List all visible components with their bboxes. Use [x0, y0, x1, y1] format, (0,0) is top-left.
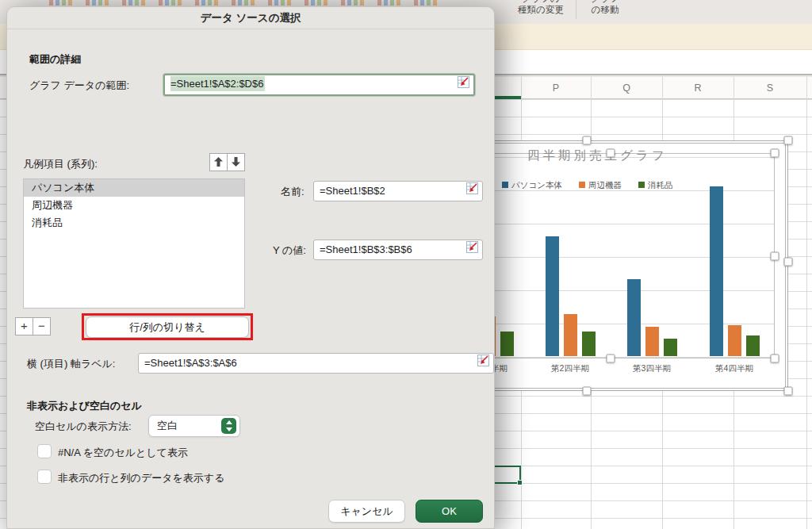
legend-series-label: 凡例項目 (系列): [23, 157, 98, 171]
plot-handle-bottom-center[interactable] [607, 355, 615, 363]
plot-handle-top-right[interactable] [771, 149, 779, 158]
hidden-cells-heading: 非表示および空白のセル [27, 399, 142, 413]
dialog-title: データ ソースの選択 [7, 7, 494, 29]
add-series-button[interactable]: + [15, 317, 33, 335]
category-axis-value: =Sheet1!$A$3:$A$6 [144, 357, 237, 369]
chart-handle-top-center[interactable] [583, 136, 592, 145]
show-hidden-data-label: 非表示の行と列のデータを表示する [58, 471, 224, 485]
x-axis-label: 第3四半期 [620, 363, 684, 374]
chart-title[interactable]: 四半期別売上グラフ [527, 148, 668, 164]
legend-item[interactable]: パソコン本体 [502, 180, 562, 190]
switch-row-column-button[interactable]: 行/列の切り替え [86, 316, 249, 338]
dropdown-stepper-icon [221, 418, 236, 434]
ribbon-change-chart-type-button[interactable]: グラフの 種類の変更 [505, 0, 576, 18]
chart-handle-bottom-center[interactable] [583, 387, 592, 396]
chart-range-input[interactable]: =Sheet1!$A$2:$D$6 [163, 74, 475, 96]
series-name-input[interactable]: =Sheet1!$B$2 [313, 181, 483, 201]
chart-object[interactable]: 四半期別売上グラフ 第1四半期第2四半期第3四半期第4四半期パソコン本体周辺機器… [444, 140, 788, 391]
bar-消耗品-第3四半期[interactable] [664, 339, 677, 356]
x-axis-label: 第4四半期 [703, 363, 766, 374]
chart-style-gallery-thumbnails [49, 0, 446, 6]
remove-series-button[interactable]: − [33, 317, 51, 335]
down-arrow-icon [232, 155, 240, 169]
bar-周辺機器-第3四半期[interactable] [645, 327, 659, 356]
series-list-item[interactable]: パソコン本体 [24, 179, 244, 197]
category-axis-input[interactable]: =Sheet1!$A$3:$A$6 [138, 353, 494, 374]
bar-消耗品-第1四半期[interactable] [500, 332, 514, 356]
ribbon-change-chart-type-line2: 種類の変更 [505, 4, 576, 15]
ribbon-separator [576, 0, 576, 19]
ribbon-move-chart-button[interactable]: グラフ の移動 [580, 0, 630, 18]
range-selector-icon[interactable] [466, 182, 478, 201]
range-selector-icon[interactable] [466, 240, 478, 259]
empty-cell-dropdown[interactable]: 空白 [148, 415, 240, 437]
legend-swatch [579, 182, 585, 188]
app-window: グラフの 種類の変更 グラフ の移動 PQRS 四半期別売上グラフ 第1四半期第… [0, 0, 812, 529]
column-header[interactable]: Q [591, 77, 662, 99]
select-data-source-dialog: データ ソースの選択 範囲の詳細 グラフ データの範囲: =Sheet1!$A$… [6, 6, 495, 529]
column-header[interactable]: R [662, 77, 733, 99]
chart-range-label: グラフ データの範囲: [29, 79, 129, 93]
bar-消耗品-第2四半期[interactable] [582, 332, 596, 356]
column-header[interactable]: S [733, 77, 806, 99]
legend-item[interactable]: 周辺機器 [579, 180, 622, 190]
series-move-down-button[interactable] [227, 153, 245, 171]
series-name-value: =Sheet1!$B$2 [320, 185, 385, 197]
series-list[interactable]: パソコン本体周辺機器消耗品 [23, 178, 245, 309]
chart-handle-top-right[interactable] [784, 136, 793, 145]
ok-button[interactable]: OK [416, 500, 483, 523]
na-as-empty-checkbox[interactable] [37, 444, 52, 458]
bar-消耗品-第4四半期[interactable] [746, 335, 760, 356]
bar-周辺機器-第4四半期[interactable] [728, 325, 741, 356]
fill-handle[interactable] [517, 480, 523, 485]
range-selector-icon[interactable] [477, 354, 489, 373]
chart-handle-bottom-right[interactable] [784, 387, 793, 396]
x-axis-label: 第2四半期 [538, 363, 602, 374]
bar-パソコン本体-第2四半期[interactable] [546, 236, 559, 356]
range-section-heading: 範囲の詳細 [29, 52, 81, 67]
series-move-up-button[interactable] [209, 153, 228, 171]
legend-item[interactable]: 消耗品 [638, 180, 673, 190]
series-y-input[interactable]: =Sheet1!$B$3:$B$6 [313, 240, 483, 260]
up-arrow-icon [214, 155, 223, 169]
column-header[interactable]: P [521, 77, 591, 99]
series-y-value: =Sheet1!$B$3:$B$6 [320, 243, 412, 255]
show-hidden-data-checkbox[interactable] [37, 470, 52, 484]
bar-周辺機器-第2四半期[interactable] [564, 314, 577, 356]
empty-cell-selected-value: 空白 [157, 420, 178, 431]
series-list-item[interactable]: 消耗品 [24, 214, 244, 232]
range-selector-icon[interactable] [458, 76, 469, 94]
na-as-empty-label: #N/A を空のセルとして表示 [58, 446, 188, 460]
empty-cell-label: 空白セルの表示方法: [35, 420, 132, 434]
chart-handle-mid-right[interactable] [784, 258, 793, 266]
grid-column-line [806, 77, 807, 529]
series-name-label: 名前: [281, 185, 304, 199]
ribbon-move-chart-line2: の移動 [580, 4, 630, 15]
plot-handle-top-center[interactable] [607, 149, 615, 158]
chart-range-value: =Sheet1!$A$2:$D$6 [170, 76, 265, 91]
plot-handle-bottom-right[interactable] [771, 355, 779, 363]
cancel-button[interactable]: キャンセル [328, 500, 405, 523]
legend-swatch [502, 182, 508, 188]
plot-handle-mid-right[interactable] [771, 252, 779, 261]
bar-パソコン本体-第3四半期[interactable] [627, 279, 641, 356]
legend-swatch [638, 182, 645, 188]
bar-パソコン本体-第4四半期[interactable] [710, 186, 723, 356]
category-axis-label: 横 (項目) 軸ラベル: [27, 357, 115, 371]
series-list-item[interactable]: 周辺機器 [24, 197, 244, 214]
series-y-label: Y の値: [273, 243, 306, 258]
